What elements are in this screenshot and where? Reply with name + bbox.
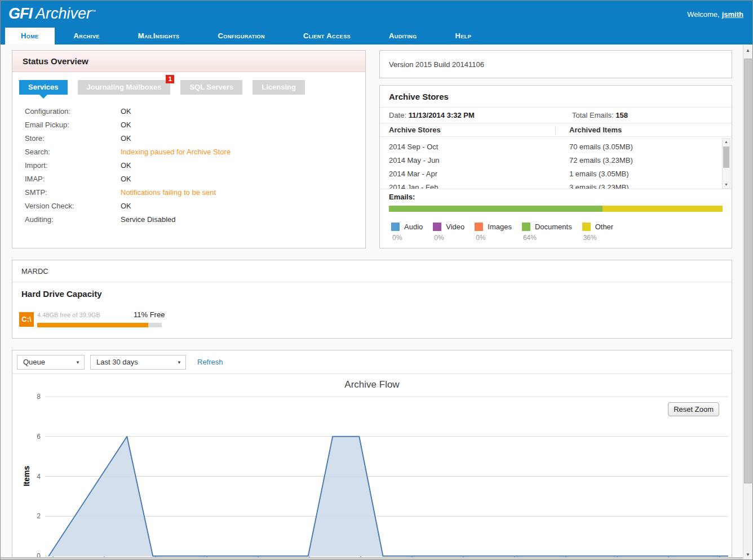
archive-flow-chart[interactable]: 02468Items bbox=[12, 390, 732, 560]
page-scroll-up-arrow[interactable]: ▲ bbox=[743, 45, 752, 56]
drive-free-percent: 11% Free bbox=[134, 310, 165, 319]
archive-list-scrollbar[interactable]: ▲ ▼ bbox=[722, 138, 730, 189]
column-archive-stores: Archive Stores bbox=[380, 126, 441, 134]
service-label: Email Pickup: bbox=[25, 118, 121, 132]
legend-percent: 64% bbox=[523, 234, 572, 242]
refresh-link[interactable]: Refresh bbox=[197, 358, 223, 366]
legend-label: Other bbox=[595, 223, 614, 231]
legend-row: Audio bbox=[391, 221, 423, 232]
column-divider bbox=[555, 126, 556, 135]
emails-label: Emails: bbox=[380, 189, 732, 201]
y-tick-label: 2 bbox=[37, 512, 41, 520]
service-label: Configuration: bbox=[25, 105, 121, 118]
queue-select-value: Queue bbox=[23, 358, 45, 366]
bar-segment-documents bbox=[389, 206, 603, 212]
service-value: OK bbox=[121, 202, 131, 210]
nav-item-archive[interactable]: Archive bbox=[55, 28, 119, 45]
bar-segment-other bbox=[603, 206, 723, 212]
nav-item-mailinsights[interactable]: MailInsights bbox=[119, 28, 199, 45]
store-items: 70 emails (3.05MB) bbox=[569, 140, 633, 154]
service-label: Search: bbox=[25, 145, 121, 159]
queue-select[interactable]: Queue ▼ bbox=[17, 355, 85, 370]
service-status-row: Auditing:Service Disabled bbox=[25, 213, 356, 226]
logo-gfi: GFI bbox=[8, 5, 32, 22]
username-link[interactable]: jsmith bbox=[722, 10, 743, 19]
tab-services[interactable]: Services bbox=[19, 80, 68, 95]
legend-item-audio: Audio0% bbox=[391, 221, 423, 242]
store-items: 72 emails (3.23MB) bbox=[569, 154, 633, 167]
page-scrollbar[interactable]: ▲ ▼ bbox=[743, 45, 752, 559]
nav-item-auditing[interactable]: Auditing bbox=[370, 28, 436, 45]
emails-legend: Audio0%Video0%Images0%Documents64%Other3… bbox=[391, 221, 732, 242]
legend-percent: 0% bbox=[434, 234, 464, 242]
archive-stores-list: 2014 Sep - Oct70 emails (3.05MB)2014 May… bbox=[380, 138, 732, 189]
legend-item-documents: Documents64% bbox=[522, 221, 572, 242]
legend-label: Images bbox=[488, 223, 512, 231]
service-label: Store: bbox=[25, 132, 121, 145]
logo-archiver: Archiver bbox=[36, 5, 91, 22]
date-range-value: Last 30 days bbox=[96, 358, 138, 366]
service-value: Service Disabled bbox=[121, 215, 176, 224]
nav-item-configuration[interactable]: Configuration bbox=[198, 28, 284, 45]
services-status-list: Configuration:OKEmail Pickup:OKStore:OKS… bbox=[25, 105, 356, 226]
drive-c-badge: C:\ bbox=[19, 312, 34, 327]
service-label: SMTP: bbox=[25, 186, 121, 199]
scroll-down-arrow[interactable]: ▼ bbox=[723, 181, 730, 188]
store-items: 1 emails (3.05MB) bbox=[569, 167, 628, 181]
store-name: 2014 Sep - Oct bbox=[380, 143, 438, 151]
scroll-up-arrow[interactable]: ▲ bbox=[723, 139, 730, 145]
app-header: GFIArchiver™ Welcome,jsmith bbox=[1, 1, 752, 28]
legend-label: Documents bbox=[535, 223, 572, 231]
hard-drive-capacity-title: Hard Drive Capacity bbox=[21, 289, 102, 299]
legend-item-images: Images0% bbox=[475, 221, 512, 242]
emails-distribution-section: Emails: Audio0%Video0%Images0%Documents6… bbox=[380, 189, 732, 248]
tab-sql-servers[interactable]: SQL Servers bbox=[180, 80, 242, 95]
total-emails: Total Emails: 158 bbox=[572, 108, 628, 123]
legend-item-video: Video0% bbox=[433, 221, 464, 242]
service-label: Version Check: bbox=[25, 199, 121, 213]
status-tabs: ServicesJournaling Mailboxes1SQL Servers… bbox=[19, 80, 305, 95]
archive-stores-meta-row: Date: 11/13/2014 3:32 PM Total Emails: 1… bbox=[380, 108, 732, 123]
service-value: OK bbox=[121, 134, 131, 143]
y-tick-label: 8 bbox=[37, 393, 41, 401]
legend-percent: 36% bbox=[583, 234, 614, 242]
scrollbar-thumb[interactable] bbox=[723, 146, 729, 168]
tab-label: Services bbox=[28, 83, 59, 91]
status-overview-title: Status Overview bbox=[23, 56, 88, 66]
gfi-archiver-window: GFIArchiver™ Welcome,jsmith HomeArchiveM… bbox=[0, 0, 753, 560]
legend-percent: 0% bbox=[392, 234, 423, 242]
date-range-select[interactable]: Last 30 days ▼ bbox=[90, 355, 186, 370]
tab-licensing[interactable]: Licensing bbox=[253, 80, 305, 95]
legend-percent: 0% bbox=[476, 234, 512, 242]
welcome-text: Welcome,jsmith bbox=[687, 10, 743, 19]
chart-title: Archive Flow bbox=[12, 379, 732, 390]
version-text: Version 2015 Build 20141106 bbox=[380, 51, 732, 78]
service-status-row: IMAP:OK bbox=[25, 172, 356, 186]
status-overview-panel: Status Overview ServicesJournaling Mailb… bbox=[12, 50, 366, 248]
nav-item-client-access[interactable]: Client Access bbox=[284, 28, 370, 45]
y-tick-label: 6 bbox=[37, 433, 41, 441]
nav-item-help[interactable]: Help bbox=[436, 28, 491, 45]
service-status-row: SMTP:Notifications failing to be sent bbox=[25, 186, 356, 199]
drive-usage-fill bbox=[37, 323, 148, 327]
main-navigation: HomeArchiveMailInsightsConfigurationClie… bbox=[1, 28, 752, 45]
page-scroll-down-arrow[interactable]: ▼ bbox=[743, 550, 752, 559]
service-status-row: Search:Indexing paused for Archive Store bbox=[25, 145, 356, 159]
emails-distribution-bar bbox=[389, 206, 723, 212]
page-scrollbar-thumb[interactable] bbox=[744, 59, 752, 483]
service-status-row: Import:OK bbox=[25, 159, 356, 172]
service-value: Notifications failing to be sent bbox=[121, 188, 216, 197]
legend-row: Other bbox=[582, 221, 614, 232]
nav-item-home[interactable]: Home bbox=[5, 28, 55, 45]
tab-journaling-mailboxes[interactable]: Journaling Mailboxes1 bbox=[78, 80, 171, 95]
service-value: Indexing paused for Archive Store bbox=[121, 148, 231, 156]
items-area-series bbox=[48, 437, 728, 556]
legend-row: Video bbox=[433, 221, 464, 232]
store-name: 2014 Jan - Feb bbox=[380, 183, 438, 189]
archive-flow-panel: Queue ▼ Last 30 days ▼ Refresh Archive F… bbox=[12, 350, 732, 560]
service-label: Import: bbox=[25, 159, 121, 172]
service-status-row: Store:OK bbox=[25, 132, 356, 145]
service-value: OK bbox=[121, 107, 131, 115]
service-status-row: Version Check:OK bbox=[25, 199, 356, 213]
tab-label: Licensing bbox=[262, 83, 296, 91]
